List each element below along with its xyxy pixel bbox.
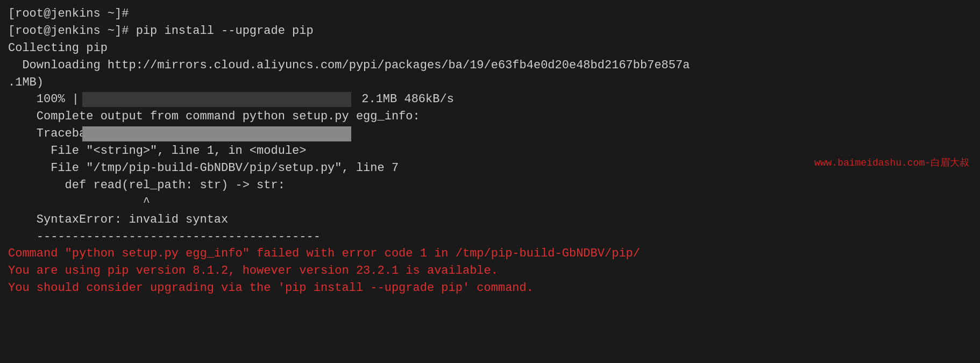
terminal-line-15: ---------------------------------------- (8, 229, 972, 246)
terminal-line-4: Downloading http://mirrors.cloud.aliyunc… (8, 57, 972, 74)
terminal-line-11: ^ (8, 194, 972, 211)
terminal-window: [root@jenkins ~]# [root@jenkins ~]# pip … (0, 0, 980, 363)
terminal-line-18: You should consider upgrading via the 'p… (8, 280, 972, 297)
terminal-line-17: You are using pip version 8.1.2, however… (8, 262, 972, 280)
progress-bar-container (82, 92, 351, 107)
progress-line: 100% | 2.1MB 486kB/s (8, 91, 972, 108)
terminal-line-3: Collecting pip (8, 40, 972, 57)
terminal-line-1: [root@jenkins ~]# (8, 5, 972, 23)
terminal-line-10: def read(rel_path: str) -> str: (8, 177, 972, 194)
terminal-line-13: SyntaxError: invalid syntax (8, 211, 972, 229)
progress-bar-fill (82, 126, 351, 141)
progress-suffix: 2.1MB 486kB/s (354, 91, 454, 108)
terminal-line-16: Command "python setup.py egg_info" faile… (8, 245, 972, 262)
progress-prefix: 100% | (8, 91, 79, 108)
terminal-line-4b: .1MB) (8, 74, 972, 91)
watermark: www.baimeidashu.com-白眉大叔 (814, 156, 969, 170)
terminal-line-2: [root@jenkins ~]# pip install --upgrade … (8, 23, 972, 40)
